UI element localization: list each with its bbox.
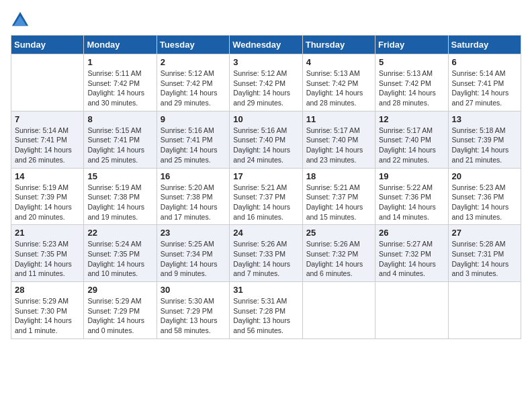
day-number: 19 — [379, 171, 444, 181]
calendar-cell: 22Sunrise: 5:24 AM Sunset: 7:35 PM Dayli… — [84, 225, 157, 282]
day-number: 18 — [306, 171, 371, 181]
calendar-cell: 8Sunrise: 5:15 AM Sunset: 7:41 PM Daylig… — [84, 111, 157, 168]
calendar-cell: 1Sunrise: 5:11 AM Sunset: 7:42 PM Daylig… — [84, 54, 157, 111]
day-info: Sunrise: 5:31 AM Sunset: 7:28 PM Dayligh… — [233, 296, 298, 336]
day-info: Sunrise: 5:17 AM Sunset: 7:40 PM Dayligh… — [306, 126, 371, 165]
day-number: 15 — [87, 171, 152, 181]
day-info: Sunrise: 5:25 AM Sunset: 7:34 PM Dayligh… — [161, 239, 226, 279]
calendar-cell: 25Sunrise: 5:26 AM Sunset: 7:32 PM Dayli… — [302, 225, 375, 282]
day-info: Sunrise: 5:12 AM Sunset: 7:42 PM Dayligh… — [233, 68, 298, 108]
calendar-cell: 6Sunrise: 5:14 AM Sunset: 7:41 PM Daylig… — [448, 54, 521, 111]
day-info: Sunrise: 5:13 AM Sunset: 7:42 PM Dayligh… — [379, 68, 444, 108]
day-number: 8 — [87, 114, 152, 124]
day-number: 27 — [452, 228, 517, 238]
day-info: Sunrise: 5:16 AM Sunset: 7:40 PM Dayligh… — [233, 126, 298, 165]
weekday-header-tuesday: Tuesday — [157, 36, 229, 54]
day-info: Sunrise: 5:21 AM Sunset: 7:37 PM Dayligh… — [306, 183, 371, 222]
day-info: Sunrise: 5:16 AM Sunset: 7:41 PM Dayligh… — [161, 126, 226, 165]
calendar-cell: 29Sunrise: 5:29 AM Sunset: 7:29 PM Dayli… — [84, 282, 157, 339]
day-number: 16 — [161, 171, 226, 181]
day-number: 4 — [306, 57, 371, 67]
day-number: 14 — [15, 171, 80, 181]
calendar-cell: 20Sunrise: 5:23 AM Sunset: 7:36 PM Dayli… — [448, 168, 521, 225]
calendar-week-row: 14Sunrise: 5:19 AM Sunset: 7:39 PM Dayli… — [11, 168, 521, 225]
day-info: Sunrise: 5:17 AM Sunset: 7:40 PM Dayligh… — [379, 126, 444, 165]
day-number: 13 — [452, 114, 517, 124]
day-number: 25 — [306, 228, 371, 238]
calendar-table: SundayMondayTuesdayWednesdayThursdayFrid… — [11, 35, 521, 339]
calendar-cell: 15Sunrise: 5:19 AM Sunset: 7:38 PM Dayli… — [84, 168, 157, 225]
weekday-header-monday: Monday — [84, 36, 157, 54]
calendar-cell: 14Sunrise: 5:19 AM Sunset: 7:39 PM Dayli… — [11, 168, 84, 225]
calendar-cell: 12Sunrise: 5:17 AM Sunset: 7:40 PM Dayli… — [375, 111, 448, 168]
day-number: 5 — [379, 57, 444, 67]
day-info: Sunrise: 5:23 AM Sunset: 7:35 PM Dayligh… — [15, 239, 80, 279]
day-number: 22 — [87, 228, 152, 238]
calendar-week-row: 28Sunrise: 5:29 AM Sunset: 7:30 PM Dayli… — [11, 282, 521, 339]
calendar-week-row: 21Sunrise: 5:23 AM Sunset: 7:35 PM Dayli… — [11, 225, 521, 282]
logo-icon — [11, 11, 30, 30]
day-info: Sunrise: 5:24 AM Sunset: 7:35 PM Dayligh… — [87, 239, 152, 279]
calendar-cell — [11, 54, 84, 111]
day-number: 24 — [233, 228, 298, 238]
calendar-cell — [448, 282, 521, 339]
day-info: Sunrise: 5:29 AM Sunset: 7:29 PM Dayligh… — [87, 296, 152, 336]
day-info: Sunrise: 5:29 AM Sunset: 7:30 PM Dayligh… — [15, 296, 80, 336]
calendar-cell: 13Sunrise: 5:18 AM Sunset: 7:39 PM Dayli… — [448, 111, 521, 168]
calendar-header: SundayMondayTuesdayWednesdayThursdayFrid… — [11, 36, 521, 54]
calendar-cell: 27Sunrise: 5:28 AM Sunset: 7:31 PM Dayli… — [448, 225, 521, 282]
day-info: Sunrise: 5:11 AM Sunset: 7:42 PM Dayligh… — [87, 68, 152, 108]
calendar-week-row: 7Sunrise: 5:14 AM Sunset: 7:41 PM Daylig… — [11, 111, 521, 168]
day-info: Sunrise: 5:20 AM Sunset: 7:38 PM Dayligh… — [161, 183, 226, 222]
day-number: 23 — [161, 228, 226, 238]
day-info: Sunrise: 5:22 AM Sunset: 7:36 PM Dayligh… — [379, 183, 444, 222]
calendar-cell — [302, 282, 375, 339]
calendar-cell: 7Sunrise: 5:14 AM Sunset: 7:41 PM Daylig… — [11, 111, 84, 168]
day-info: Sunrise: 5:19 AM Sunset: 7:38 PM Dayligh… — [87, 183, 152, 222]
weekday-header-row: SundayMondayTuesdayWednesdayThursdayFrid… — [11, 36, 521, 54]
calendar-cell: 19Sunrise: 5:22 AM Sunset: 7:36 PM Dayli… — [375, 168, 448, 225]
day-number: 20 — [452, 171, 517, 181]
weekday-header-friday: Friday — [375, 36, 448, 54]
calendar-cell: 3Sunrise: 5:12 AM Sunset: 7:42 PM Daylig… — [230, 54, 302, 111]
day-number: 26 — [379, 228, 444, 238]
day-number: 9 — [161, 114, 226, 124]
day-info: Sunrise: 5:21 AM Sunset: 7:37 PM Dayligh… — [233, 183, 298, 222]
calendar-cell: 23Sunrise: 5:25 AM Sunset: 7:34 PM Dayli… — [157, 225, 229, 282]
weekday-header-thursday: Thursday — [302, 36, 375, 54]
calendar-cell: 31Sunrise: 5:31 AM Sunset: 7:28 PM Dayli… — [230, 282, 302, 339]
day-info: Sunrise: 5:14 AM Sunset: 7:41 PM Dayligh… — [15, 126, 80, 165]
day-number: 2 — [161, 57, 226, 67]
weekday-header-wednesday: Wednesday — [230, 36, 302, 54]
calendar-cell: 5Sunrise: 5:13 AM Sunset: 7:42 PM Daylig… — [375, 54, 448, 111]
calendar-cell: 18Sunrise: 5:21 AM Sunset: 7:37 PM Dayli… — [302, 168, 375, 225]
day-info: Sunrise: 5:27 AM Sunset: 7:32 PM Dayligh… — [379, 239, 444, 279]
day-info: Sunrise: 5:13 AM Sunset: 7:42 PM Dayligh… — [306, 68, 371, 108]
day-number: 28 — [15, 285, 80, 295]
day-info: Sunrise: 5:30 AM Sunset: 7:29 PM Dayligh… — [161, 296, 226, 336]
calendar-cell: 9Sunrise: 5:16 AM Sunset: 7:41 PM Daylig… — [157, 111, 229, 168]
calendar-cell: 24Sunrise: 5:26 AM Sunset: 7:33 PM Dayli… — [230, 225, 302, 282]
calendar-cell: 17Sunrise: 5:21 AM Sunset: 7:37 PM Dayli… — [230, 168, 302, 225]
calendar-cell: 10Sunrise: 5:16 AM Sunset: 7:40 PM Dayli… — [230, 111, 302, 168]
day-info: Sunrise: 5:14 AM Sunset: 7:41 PM Dayligh… — [452, 68, 517, 108]
day-info: Sunrise: 5:19 AM Sunset: 7:39 PM Dayligh… — [15, 183, 80, 222]
calendar-cell: 30Sunrise: 5:30 AM Sunset: 7:29 PM Dayli… — [157, 282, 229, 339]
day-number: 6 — [452, 57, 517, 67]
day-number: 11 — [306, 114, 371, 124]
day-info: Sunrise: 5:26 AM Sunset: 7:33 PM Dayligh… — [233, 239, 298, 279]
calendar-cell: 11Sunrise: 5:17 AM Sunset: 7:40 PM Dayli… — [302, 111, 375, 168]
day-number: 1 — [87, 57, 152, 67]
day-number: 29 — [87, 285, 152, 295]
calendar-body: 1Sunrise: 5:11 AM Sunset: 7:42 PM Daylig… — [11, 54, 521, 339]
day-info: Sunrise: 5:23 AM Sunset: 7:36 PM Dayligh… — [452, 183, 517, 222]
day-info: Sunrise: 5:18 AM Sunset: 7:39 PM Dayligh… — [452, 126, 517, 165]
weekday-header-saturday: Saturday — [448, 36, 521, 54]
day-info: Sunrise: 5:12 AM Sunset: 7:42 PM Dayligh… — [161, 68, 226, 108]
calendar-cell — [375, 282, 448, 339]
calendar-cell: 21Sunrise: 5:23 AM Sunset: 7:35 PM Dayli… — [11, 225, 84, 282]
calendar-week-row: 1Sunrise: 5:11 AM Sunset: 7:42 PM Daylig… — [11, 54, 521, 111]
calendar-cell: 28Sunrise: 5:29 AM Sunset: 7:30 PM Dayli… — [11, 282, 84, 339]
day-info: Sunrise: 5:15 AM Sunset: 7:41 PM Dayligh… — [87, 126, 152, 165]
calendar-cell: 26Sunrise: 5:27 AM Sunset: 7:32 PM Dayli… — [375, 225, 448, 282]
